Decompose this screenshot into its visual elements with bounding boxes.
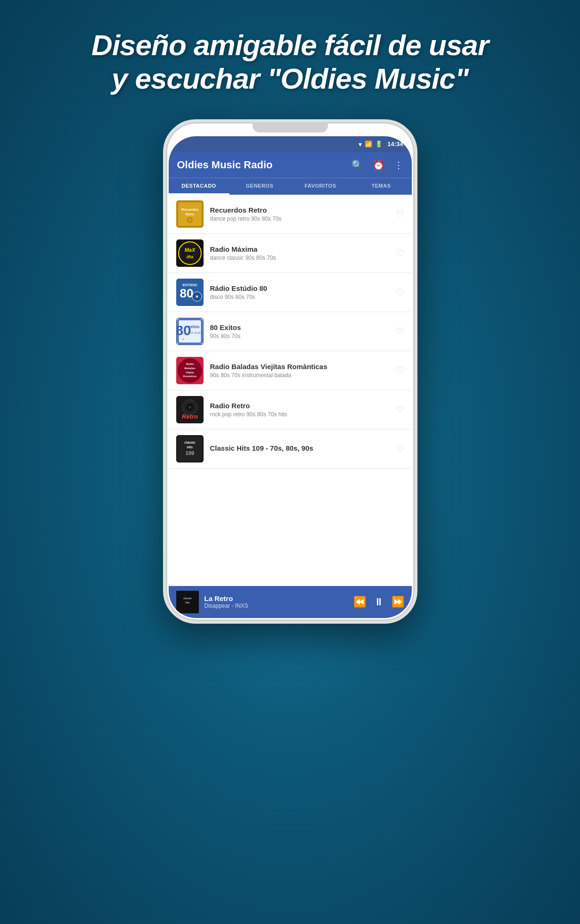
svg-text:hits: hits [187, 446, 193, 449]
station-logo-estudio: ESTÚDIO 80 [176, 279, 204, 306]
station-tags: dance classic 90s 80s 70s [210, 255, 389, 261]
list-item[interactable]: Retro Radio Retro rock pop retro 90s 80s… [169, 390, 412, 429]
station-info: Recuerdos Retro dance pop retro 90s 80s … [210, 206, 389, 222]
signal-icon: 📶 [365, 140, 372, 148]
station-tags: 90s 80s 70s [210, 333, 389, 339]
favorite-icon[interactable]: ♡ [396, 443, 404, 454]
station-tags: 90s 80s 70s instrumental balada [210, 372, 389, 379]
station-list: Recuerdos Retro Recuerdos Retro dance po… [169, 195, 412, 586]
svg-text:MaX: MaX [184, 247, 195, 253]
station-name: Recuerdos Retro [210, 206, 389, 214]
station-name: Radio Máxima [210, 245, 389, 253]
favorite-icon[interactable]: ♡ [396, 208, 404, 220]
list-item[interactable]: 80 s exitos DE LOS 70,80,90 80 Exitos 90… [169, 312, 412, 351]
svg-point-7 [179, 242, 201, 264]
phone-screen: ▾ 📶 🔋 14:34 Oldies Music Radio 🔍 ⏰ ⋮ DES… [169, 136, 412, 618]
status-icons: ▾ 📶 🔋 14:34 [359, 140, 403, 148]
station-info: Classic Hits 109 - 70s, 80s, 90s [210, 444, 389, 454]
svg-text:Radio: Radio [186, 363, 194, 365]
now-playing-bar: classic hits La Retro Disappear - INXS ⏪… [169, 586, 412, 618]
app-header: Oldies Music Radio 🔍 ⏰ ⋮ [169, 152, 412, 178]
svg-text:hits: hits [185, 601, 189, 604]
app-title: Oldies Music Radio [177, 159, 273, 171]
svg-text:109: 109 [185, 450, 194, 456]
svg-text:Retro: Retro [182, 413, 198, 420]
now-playing-info: La Retro Disappear - INXS [204, 594, 348, 609]
svg-text:DE LOS 70,80,90: DE LOS 70,80,90 [183, 331, 203, 334]
phone-speaker [253, 122, 328, 132]
tab-favoritos[interactable]: FAVORITOS [290, 178, 351, 195]
tab-generos[interactable]: GENEROS [229, 178, 290, 195]
station-logo-80exitos: 80 s exitos DE LOS 70,80,90 [176, 318, 204, 345]
station-name: 80 Exitos [210, 323, 389, 331]
favorite-icon[interactable]: ♡ [396, 287, 404, 298]
station-name: Rádio Estúdio 80 [210, 284, 389, 292]
headline-line2: y escuchar "Oldies Music" [112, 62, 468, 95]
svg-text:Retro: Retro [185, 213, 194, 216]
pause-button[interactable]: ⏸ [374, 596, 384, 608]
more-options-icon[interactable]: ⋮ [394, 159, 403, 171]
now-playing-track: Disappear - INXS [204, 602, 348, 609]
station-logo-baladas: Radio Baladas Viejitas Románticas [176, 357, 204, 384]
player-controls: ⏪ ⏸ ⏩ [353, 596, 404, 608]
station-logo-recuerdos: Recuerdos Retro [176, 200, 204, 228]
status-time: 14:34 [387, 140, 403, 148]
list-item[interactable]: MaX iRa Radio Máxima dance classic 90s 8… [169, 234, 412, 273]
station-tags: rock pop retro 90s 80s 70s hits [210, 411, 389, 418]
svg-text:Románticas: Románticas [183, 375, 196, 378]
fast-forward-button[interactable]: ⏩ [392, 596, 404, 608]
svg-text:Recuerdos: Recuerdos [181, 208, 198, 211]
station-logo-maxima: MaX iRa [176, 239, 204, 267]
list-item[interactable]: classic hits 109 Classic Hits 109 - 70s,… [169, 429, 412, 469]
header-icons: 🔍 ⏰ ⋮ [351, 159, 403, 171]
station-info: Radio Retro rock pop retro 90s 80s 70s h… [210, 402, 389, 418]
now-playing-station: La Retro [204, 594, 348, 602]
favorite-icon[interactable]: ♡ [396, 248, 404, 259]
battery-icon: 🔋 [375, 140, 383, 148]
svg-text:Viejitas: Viejitas [186, 371, 194, 374]
list-item[interactable]: Recuerdos Retro Recuerdos Retro dance po… [169, 195, 412, 234]
svg-text:exitos: exitos [188, 324, 200, 329]
station-info: Radio Máxima dance classic 90s 80s 70s [210, 245, 389, 261]
svg-text:s: s [182, 338, 184, 340]
station-tags: dance pop retro 90s 80s 70s [210, 215, 389, 222]
svg-text:Baladas: Baladas [184, 367, 196, 370]
station-logo-retro: Retro [176, 396, 204, 423]
headline: Diseño amigable fácil de usar y escuchar… [63, 28, 517, 96]
tabs-bar: DESTACADO GENEROS FAVORITOS TEMAS [169, 178, 412, 195]
station-info: Radio Baladas Viejitas Romànticas 90s 80… [210, 363, 389, 379]
rewind-button[interactable]: ⏪ [353, 596, 366, 608]
station-name: Classic Hits 109 - 70s, 80s, 90s [210, 444, 389, 452]
tab-temas[interactable]: TEMAS [351, 178, 412, 195]
svg-text:classic: classic [184, 441, 195, 444]
list-item[interactable]: Radio Baladas Viejitas Románticas Radio … [169, 351, 412, 390]
station-name: Radio Retro [210, 402, 389, 410]
station-info: 80 Exitos 90s 80s 70s [210, 323, 389, 339]
svg-rect-34 [177, 436, 203, 462]
search-icon[interactable]: 🔍 [351, 159, 363, 171]
station-logo-classic: classic hits 109 [176, 435, 204, 462]
svg-text:80: 80 [180, 286, 193, 300]
favorite-icon[interactable]: ♡ [396, 365, 404, 376]
wifi-icon: ▾ [359, 140, 362, 148]
phone-mockup: ▾ 📶 🔋 14:34 Oldies Music Radio 🔍 ⏰ ⋮ DES… [163, 119, 417, 624]
station-tags: disco 90s 80s 70s [210, 294, 389, 300]
favorite-icon[interactable]: ♡ [396, 404, 404, 415]
status-bar: ▾ 📶 🔋 14:34 [169, 136, 412, 152]
tab-destacado[interactable]: DESTACADO [169, 178, 229, 195]
svg-point-5 [188, 219, 191, 222]
headline-line1: Diseño amigable fácil de usar [91, 29, 489, 61]
now-playing-thumbnail: classic hits [176, 591, 199, 613]
list-item[interactable]: ESTÚDIO 80 Rádio Estúdio 80 disco 90s 80… [169, 273, 412, 312]
svg-text:classic: classic [183, 597, 191, 600]
favorite-icon[interactable]: ♡ [396, 326, 404, 337]
svg-point-31 [188, 406, 191, 409]
svg-point-15 [196, 296, 198, 297]
svg-point-23 [178, 358, 202, 383]
station-info: Rádio Estúdio 80 disco 90s 80s 70s [210, 284, 389, 300]
alarm-icon[interactable]: ⏰ [373, 159, 384, 171]
svg-text:iRa: iRa [186, 255, 193, 259]
station-name: Radio Baladas Viejitas Romànticas [210, 363, 389, 371]
